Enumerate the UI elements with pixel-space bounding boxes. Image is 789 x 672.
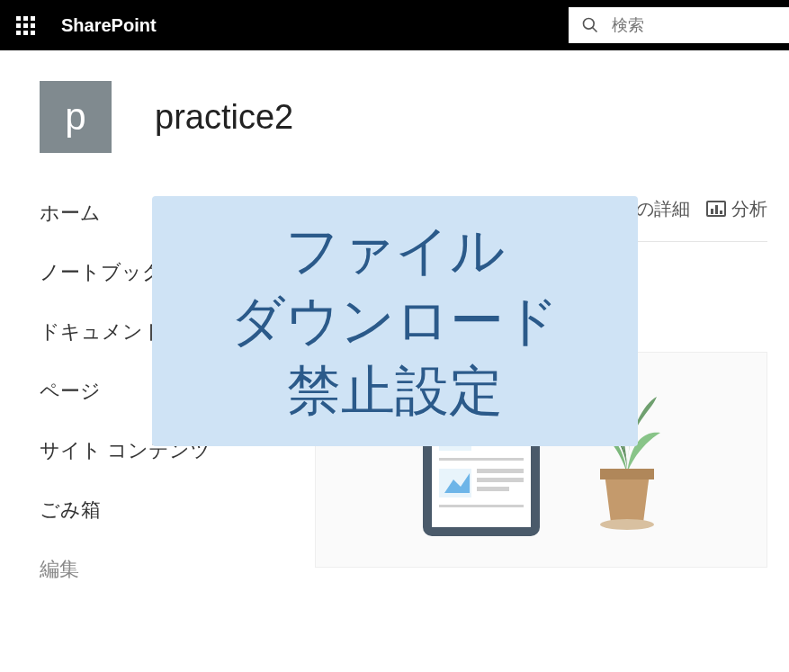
global-topbar: SharePoint <box>0 0 789 50</box>
analytics-label: 分析 <box>731 197 767 221</box>
waffle-icon <box>16 16 35 35</box>
site-header: p practice2 <box>0 50 789 184</box>
overlay-line-2: ダウンロード <box>188 286 602 356</box>
svg-rect-20 <box>600 469 654 479</box>
search-input[interactable] <box>612 16 765 35</box>
svg-point-0 <box>584 19 595 30</box>
analytics-button[interactable]: 分析 <box>706 197 767 221</box>
overlay-line-1: ファイル <box>188 216 602 286</box>
site-title: practice2 <box>155 98 293 137</box>
search-box[interactable] <box>569 7 789 43</box>
overlay-line-3: 禁止設定 <box>188 356 602 426</box>
overlay-annotation: ファイル ダウンロード 禁止設定 <box>152 196 638 446</box>
app-launcher-button[interactable] <box>0 0 50 50</box>
site-logo[interactable]: p <box>40 81 112 153</box>
nav-edit-link[interactable]: 編集 <box>40 540 297 599</box>
svg-rect-16 <box>477 478 524 482</box>
svg-rect-18 <box>439 505 524 507</box>
svg-marker-19 <box>605 473 650 523</box>
app-name-label: SharePoint <box>61 15 157 36</box>
svg-rect-17 <box>477 487 509 491</box>
svg-rect-15 <box>477 469 524 473</box>
svg-line-1 <box>593 28 597 32</box>
svg-rect-12 <box>439 458 524 461</box>
search-icon <box>581 16 599 34</box>
svg-point-21 <box>600 519 654 530</box>
nav-item-recycle-bin[interactable]: ごみ箱 <box>40 480 297 540</box>
analytics-icon <box>706 201 726 217</box>
